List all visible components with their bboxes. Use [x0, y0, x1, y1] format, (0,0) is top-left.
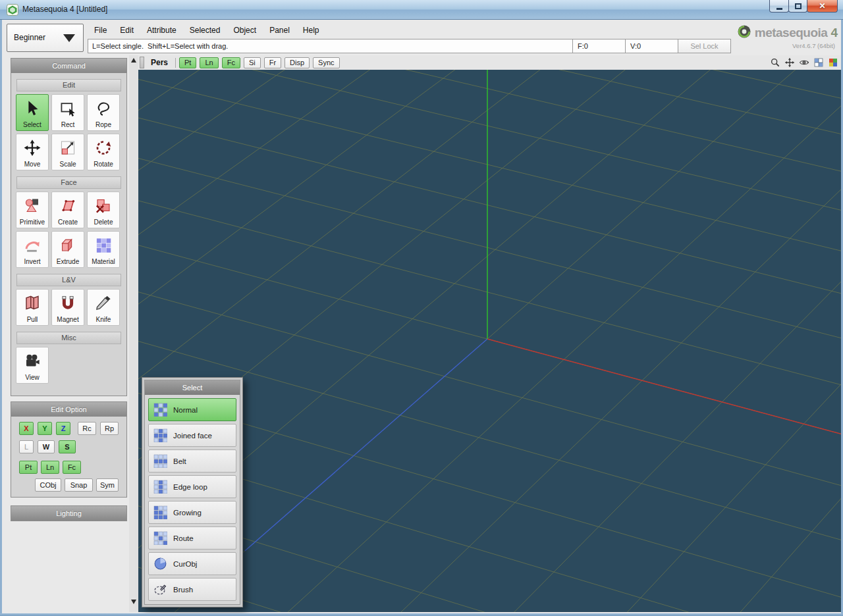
select-mode-curobj[interactable]: CurObj [148, 552, 236, 575]
tool-label: Rotate [94, 161, 113, 168]
grid-view-icon[interactable] [813, 57, 824, 68]
viewport-3d[interactable] [138, 70, 843, 612]
option-sym-button[interactable]: Sym [96, 478, 119, 492]
tool-magnet[interactable]: Magnet [51, 289, 84, 326]
view-mode-label[interactable]: Pers [151, 58, 168, 67]
viewport-toggle-ln[interactable]: Ln [200, 57, 218, 68]
tool-primitive[interactable]: Primitive [16, 192, 49, 228]
palette-view-icon[interactable] [828, 57, 838, 68]
tool-select[interactable]: Select [16, 94, 49, 131]
minimize-button[interactable] [769, 0, 789, 13]
tool-view[interactable]: View [16, 347, 49, 384]
option-rp-button[interactable]: Rp [100, 422, 119, 435]
option-snap-button[interactable]: Snap [65, 478, 93, 492]
select-mode-normal[interactable]: Normal [148, 398, 236, 421]
menu-panel[interactable]: Panel [263, 22, 296, 38]
tool-create[interactable]: Create [51, 192, 84, 228]
option-w-button[interactable]: W [38, 440, 55, 453]
tool-material[interactable]: Material [87, 231, 120, 268]
brand-version: Ver4.6.7 (64bit) [732, 42, 839, 49]
viewport-toggle-pt[interactable]: Pt [179, 57, 196, 68]
section-l-v: L&V [16, 274, 121, 286]
collapse-down-icon[interactable] [131, 600, 136, 604]
tool-label: View [25, 374, 40, 381]
minimize-icon [776, 8, 782, 10]
grid-route-icon [153, 531, 167, 545]
tool-rotate[interactable]: Rotate [87, 134, 120, 170]
select-mode-label: Joined face [173, 432, 212, 440]
select-popup-items: NormalJoined faceBeltEdge loopGrowingRou… [145, 395, 240, 604]
select-mode-brush[interactable]: Brush [148, 578, 236, 601]
collapse-up-icon[interactable] [131, 58, 136, 63]
edit-option-panel-header[interactable]: Edit Option [11, 402, 126, 417]
knife-icon [94, 290, 113, 316]
select-mode-label: CurObj [173, 560, 197, 568]
option-ln-button[interactable]: Ln [41, 461, 59, 474]
command-panel-header[interactable]: Command [11, 59, 126, 73]
menu-attribute[interactable]: Attribute [140, 22, 183, 38]
tool-knife[interactable]: Knife [87, 289, 120, 326]
menu-selected[interactable]: Selected [183, 22, 227, 38]
title-bar[interactable]: Metasequoia 4 [Untitled] ✕ [0, 0, 843, 20]
option-cobj-button[interactable]: CObj [35, 478, 61, 492]
tool-invert[interactable]: Invert [16, 231, 49, 268]
select-popup-header[interactable]: Select [145, 380, 240, 395]
sel-lock-button[interactable]: Sel Lock [678, 39, 731, 53]
viewport-toggle-fr[interactable]: Fr [264, 57, 281, 68]
brush-icon [153, 582, 167, 596]
edit-option-row: LWS [19, 440, 119, 453]
viewport-toggle-sync[interactable]: Sync [313, 57, 339, 68]
curobj-icon [153, 557, 167, 571]
select-mode-route[interactable]: Route [148, 526, 236, 550]
tool-rect[interactable]: Rect [51, 94, 84, 131]
option-l-button[interactable]: L [19, 440, 34, 453]
select-mode-joined-face[interactable]: Joined face [148, 424, 236, 447]
tool-extrude[interactable]: Extrude [51, 231, 84, 268]
viewport-toggle-fc[interactable]: Fc [222, 57, 240, 68]
tool-move[interactable]: Move [16, 134, 49, 170]
tool-rope[interactable]: Rope [87, 94, 120, 131]
panel-divider[interactable] [129, 55, 138, 612]
tool-label: Extrude [57, 258, 79, 265]
option-fc-button[interactable]: Fc [63, 461, 81, 474]
zoom-icon[interactable] [770, 57, 780, 68]
toolbar-splitter-handle[interactable] [140, 57, 144, 68]
chevron-down-icon [63, 34, 75, 42]
pan-icon[interactable] [784, 57, 795, 68]
option-y-button[interactable]: Y [38, 422, 52, 435]
viewport-toggle-group: PtLnFcSiFrDispSync [179, 57, 340, 68]
option-pt-button[interactable]: Pt [19, 461, 38, 474]
maximize-button[interactable] [788, 0, 807, 13]
face-count-readout: F:0 [572, 39, 626, 53]
tool-grid-face: PrimitiveCreateDeleteInvertExtrudeMateri… [11, 192, 126, 268]
create-icon [58, 192, 78, 218]
select-mode-belt[interactable]: Belt [148, 449, 236, 473]
viewport-toggle-disp[interactable]: Disp [285, 57, 310, 68]
edit-option-row: PtLnFc [19, 461, 119, 474]
option-s-button[interactable]: S [59, 440, 76, 453]
close-button[interactable]: ✕ [807, 0, 838, 13]
viewport-toggle-si[interactable]: Si [244, 57, 261, 68]
window-border-bottom [0, 613, 843, 616]
primitive-icon [22, 192, 42, 218]
option-z-button[interactable]: Z [56, 422, 70, 435]
select-mode-growing[interactable]: Growing [148, 501, 236, 524]
tool-delete[interactable]: Delete [87, 192, 120, 228]
view-icon [22, 347, 42, 374]
mode-selector[interactable]: Beginner [7, 24, 84, 52]
tool-scale[interactable]: Scale [51, 134, 84, 170]
lighting-panel-header[interactable]: Lighting [11, 506, 126, 521]
rect-select-icon [58, 95, 78, 121]
menu-edit[interactable]: Edit [113, 22, 140, 38]
tool-label: Rope [95, 121, 111, 128]
option-rc-button[interactable]: Rc [78, 422, 96, 435]
menu-file[interactable]: File [88, 22, 113, 38]
menu-help[interactable]: Help [296, 22, 326, 38]
menu-object[interactable]: Object [227, 22, 263, 38]
vertex-count-readout: V:0 [625, 39, 678, 53]
option-x-button[interactable]: X [19, 422, 34, 435]
select-mode-edge-loop[interactable]: Edge loop [148, 475, 236, 498]
orbit-icon[interactable] [799, 57, 809, 68]
tool-pull[interactable]: Pull [16, 289, 49, 326]
tool-label: Select [23, 121, 41, 128]
